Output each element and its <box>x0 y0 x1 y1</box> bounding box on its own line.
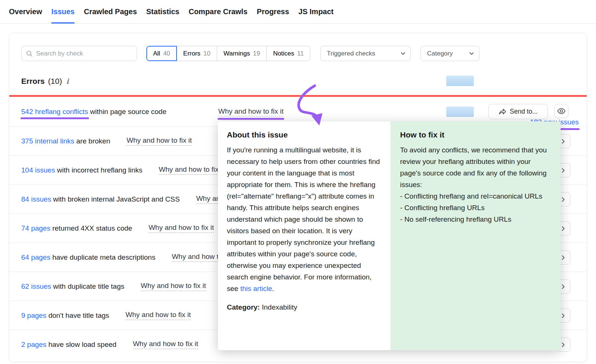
why-how-to-fix-link[interactable]: Why and how to fix it <box>149 224 214 233</box>
chevron-right-icon <box>562 284 565 289</box>
issue-details-popup: About this issue If you're running a mul… <box>218 121 561 350</box>
chevron-right-icon <box>562 139 565 144</box>
filter-all-count: 40 <box>163 50 170 57</box>
filter-warnings-label: Warnings <box>224 50 250 57</box>
tab-js-impact[interactable]: JS Impact <box>298 0 333 23</box>
chevron-down-icon <box>401 52 405 55</box>
issue-count-link[interactable]: 62 issues <box>21 282 51 290</box>
issue-desc: with broken internal JavaScript and CSS <box>51 195 180 203</box>
fix-title: How to fix it <box>400 130 551 139</box>
filter-notices[interactable]: Notices 11 <box>266 46 310 61</box>
about-this-issue-panel: About this issue If you're running a mul… <box>218 121 390 350</box>
filter-notices-count: 11 <box>297 50 304 57</box>
why-how-to-fix-link[interactable]: Why and how to fix it <box>159 165 224 175</box>
this-article-link[interactable]: this article <box>240 285 272 292</box>
errors-count: (10) <box>48 77 62 86</box>
category-dropdown[interactable]: Category <box>421 46 479 61</box>
search-icon <box>26 50 33 57</box>
why-how-to-fix-link[interactable]: Why and how to fix it <box>133 340 198 349</box>
issue-text: 542 hreflang conflicts within page sourc… <box>21 108 167 116</box>
chevron-right-icon <box>562 255 565 260</box>
fix-bullet: - Conflicting hreflang and rel=canonical… <box>400 190 551 202</box>
why-how-to-fix-link[interactable]: Why and how to fix it <box>218 107 283 116</box>
info-icon[interactable]: i <box>65 77 69 85</box>
fix-bullet: - Conflicting hreflang URLs <box>400 202 551 213</box>
filter-warnings-count: 19 <box>253 50 260 57</box>
issue-text: 84 issues with broken internal JavaScrip… <box>21 195 180 203</box>
about-text: If you're running a multilingual website… <box>227 146 380 292</box>
search-input[interactable] <box>36 50 132 57</box>
category-label: Category <box>427 50 453 57</box>
triggered-checks-label: Triggered checks <box>327 50 375 57</box>
issue-count-link[interactable]: 375 internal links <box>21 137 74 145</box>
filter-all[interactable]: All 40 <box>146 46 177 61</box>
issue-desc: have slow load speed <box>47 341 117 348</box>
filter-all-label: All <box>153 50 160 57</box>
about-body: If you're running a multilingual website… <box>227 144 381 294</box>
chevron-right-icon <box>562 197 565 202</box>
issue-desc: are broken <box>74 137 110 145</box>
fix-bullet: - No self-referencing hreflang URLs <box>400 213 551 225</box>
about-title: About this issue <box>227 130 381 139</box>
triggered-checks-dropdown[interactable]: Triggered checks <box>320 46 411 61</box>
chevron-right-icon <box>562 342 565 347</box>
why-how-to-fix-link[interactable]: Why and how to fix it <box>141 282 206 291</box>
chevron-right-icon <box>562 226 565 231</box>
issue-desc: with incorrect hreflang links <box>55 166 142 174</box>
errors-section-header: Errors (10) i <box>21 76 69 87</box>
issue-desc: returned 4XX status code <box>50 224 132 232</box>
issue-count-link[interactable]: 542 hreflang conflicts <box>21 108 88 115</box>
category-label: Category: <box>227 303 260 311</box>
issue-count-link[interactable]: 2 pages <box>21 341 47 348</box>
issue-text: 62 issues with duplicate title tags <box>21 282 124 291</box>
issue-desc: don't have title tags <box>47 311 109 319</box>
chevron-right-icon <box>562 168 565 173</box>
issue-category: Category: Indexability <box>227 303 381 311</box>
tab-crawled-pages[interactable]: Crawled Pages <box>84 0 137 23</box>
chevron-right-icon <box>562 313 565 318</box>
issue-count-link[interactable]: 104 issues <box>21 166 55 174</box>
issue-count-link[interactable]: 84 issues <box>21 195 51 203</box>
issue-text: 74 pages returned 4XX status code <box>21 224 132 232</box>
tab-statistics[interactable]: Statistics <box>146 0 180 23</box>
issue-count-link[interactable]: 74 pages <box>21 224 50 232</box>
tab-progress[interactable]: Progress <box>257 0 289 23</box>
chevron-down-icon <box>469 52 474 55</box>
issue-trend-placeholder <box>446 76 474 86</box>
filter-errors-label: Errors <box>183 50 200 57</box>
tab-issues[interactable]: Issues <box>51 0 74 23</box>
issue-text: 375 internal links are broken <box>21 137 110 145</box>
issue-text: 64 pages have duplicate meta description… <box>21 253 155 262</box>
filter-errors-count: 10 <box>203 50 210 57</box>
filter-warnings[interactable]: Warnings 19 <box>217 46 267 61</box>
filter-errors[interactable]: Errors 10 <box>177 46 217 61</box>
issue-text: 2 pages have slow load speed <box>21 341 117 349</box>
issue-text: 9 pages don't have title tags <box>21 311 109 320</box>
about-text-suffix: . <box>272 285 274 292</box>
eye-icon <box>557 108 565 114</box>
how-to-fix-panel: How to fix it To avoid any conflicts, we… <box>390 121 561 350</box>
issue-desc: with duplicate title tags <box>51 282 124 290</box>
tab-overview[interactable]: Overview <box>9 0 42 23</box>
hide-issue-button[interactable] <box>554 104 568 118</box>
send-to-icon <box>499 108 506 115</box>
send-to-label: Send to... <box>510 108 538 115</box>
issue-count-link[interactable]: 64 pages <box>21 253 50 261</box>
fix-body: To avoid any conflicts, we recommend tha… <box>400 144 551 190</box>
issues-toolbar: All 40 Errors 10 Warnings 19 Notices 11 … <box>21 46 575 61</box>
filter-notices-label: Notices <box>273 50 294 57</box>
issue-trend-placeholder <box>446 107 474 117</box>
send-to-button[interactable]: Send to... <box>488 104 548 119</box>
tab-compare-crawls[interactable]: Compare Crawls <box>188 0 247 23</box>
issue-text: 104 issues with incorrect hreflang links <box>21 166 142 174</box>
why-how-to-fix-link[interactable]: Why and how to fix it <box>127 136 192 146</box>
severity-filter-tabs: All 40 Errors 10 Warnings 19 Notices 11 <box>146 46 310 61</box>
why-how-to-fix-link[interactable]: Why and how to fix it <box>126 311 191 320</box>
search-box[interactable] <box>21 46 137 61</box>
top-nav: Overview Issues Crawled Pages Statistics… <box>0 0 596 24</box>
issue-desc: have duplicate meta descriptions <box>50 253 155 261</box>
category-value: Indexability <box>260 303 297 311</box>
fix-bullets: - Conflicting hreflang and rel=canonical… <box>400 190 551 225</box>
issue-count-link[interactable]: 9 pages <box>21 311 47 319</box>
issue-desc: within page source code <box>88 108 167 115</box>
